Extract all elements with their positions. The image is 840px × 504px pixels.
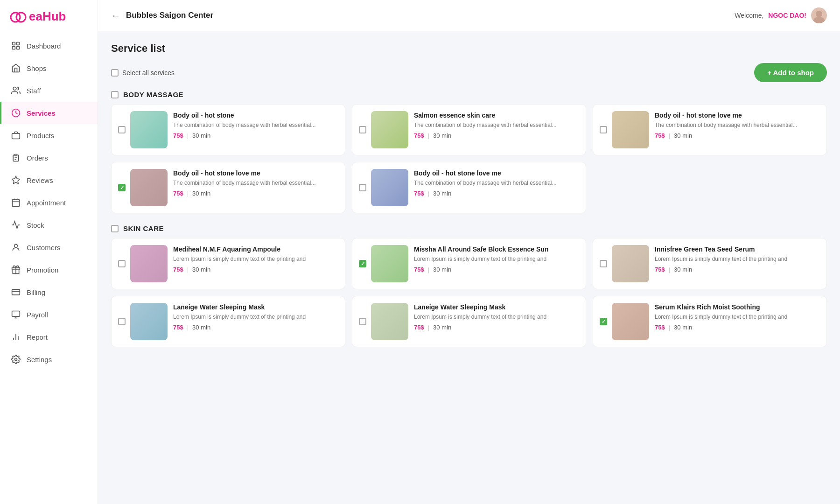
sidebar-item-payroll[interactable]: Payroll [0,303,98,326]
card-image-sc5 [371,303,408,340]
sidebar-item-services[interactable]: Services [0,102,98,124]
sidebar-item-products[interactable]: Products [0,124,98,147]
sidebar-label: Staff [27,87,41,95]
card-checkbox-bm1[interactable] [118,126,126,133]
sidebar-item-dashboard[interactable]: Dashboard [0,35,98,57]
sidebar-label: Billing [27,288,45,296]
svg-rect-7 [12,133,20,139]
page-title: Service list [111,42,827,55]
sidebar-item-promotion[interactable]: Promotion [0,259,98,281]
sidebar-label: Customers [27,244,61,252]
card-duration-bm2: 30 min [433,132,451,139]
card-meta-bm5: 75$|30 min [414,190,579,197]
sidebar-item-settings[interactable]: Settings [0,348,98,371]
service-card-sc1: Mediheal N.M.F Aquaring AmpouleLorem Ips… [111,238,345,289]
sidebar-item-report[interactable]: Report [0,326,98,348]
card-info-sc1: Mediheal N.M.F Aquaring AmpouleLorem Ips… [173,245,338,273]
svg-point-23 [813,17,825,23]
sidebar-item-stock[interactable]: Stock [0,214,98,236]
card-inner-sc6: Serum Klairs Rich Moist SoothingLorem Ip… [600,303,820,340]
card-checkbox-bm4[interactable] [118,184,126,191]
card-checkbox-sc2[interactable] [359,260,366,267]
card-image-bm1 [130,111,168,148]
card-price-sc4: 75$ [173,324,183,331]
card-name-sc4: Laneige Water Sleeping Mask [173,303,338,311]
card-meta-sc3: 75$|30 min [655,266,820,273]
svg-rect-4 [13,47,15,49]
card-checkbox-sc3[interactable] [600,260,607,267]
card-name-sc3: Innisfree Green Tea Seed Serum [655,245,820,253]
card-inner-bm4: Body oil - hot stone love meThe combinat… [118,169,338,206]
cards-grid-body-massage: Body oil - hot stoneThe combination of b… [111,104,827,213]
card-name-bm3: Body oil - hot stone love me [655,111,820,119]
card-sep: | [669,266,670,273]
sidebar-item-shops[interactable]: Shops [0,57,98,79]
service-card-bm4: Body oil - hot stone love meThe combinat… [111,162,345,213]
sidebar-item-billing[interactable]: Billing [0,281,98,303]
card-checkbox-bm3[interactable] [600,126,607,133]
shops-icon [11,63,21,73]
svg-point-1 [16,13,26,22]
card-info-bm1: Body oil - hot stoneThe combination of b… [173,111,338,139]
card-duration-sc3: 30 min [674,266,692,273]
report-icon [11,332,21,342]
settings-icon [11,354,21,364]
card-inner-bm1: Body oil - hot stoneThe combination of b… [118,111,338,148]
select-all-checkbox[interactable] [111,69,119,77]
svg-rect-10 [13,199,20,206]
card-info-sc3: Innisfree Green Tea Seed SerumLorem Ipsu… [655,245,820,273]
card-checkbox-sc5[interactable] [359,318,366,325]
card-meta-sc2: 75$|30 min [414,266,579,273]
add-to-shop-button[interactable]: + Add to shop [754,63,827,82]
card-name-sc6: Serum Klairs Rich Moist Soothing [655,303,820,311]
card-desc-sc4: Lorem Ipsum is simply dummy text of the … [173,313,338,321]
sidebar-nav: Dashboard Shops Staff Services [0,31,98,504]
svg-rect-5 [17,47,20,49]
service-card-sc3: Innisfree Green Tea Seed SerumLorem Ipsu… [593,238,827,289]
section-checkbox-skin-care[interactable] [111,225,119,232]
card-sep: | [428,266,429,273]
card-checkbox-sc4[interactable] [118,318,126,325]
select-all-label[interactable]: Select all services [111,69,175,77]
header-left: ← Bubbles Saigon Center [111,10,213,21]
card-meta-bm4: 75$|30 min [173,190,338,197]
card-duration-sc2: 30 min [433,266,451,273]
add-to-shop-label: + Add to shop [767,69,814,77]
header-right: Welcome, NGOC DAO! [735,7,827,23]
sidebar-item-appointment[interactable]: Appointment [0,191,98,214]
card-image-sc1 [130,245,168,282]
card-desc-bm4: The combination of body massage with her… [173,179,338,187]
card-sep: | [428,324,429,331]
back-button[interactable]: ← [111,10,120,21]
billing-icon [11,287,21,297]
sidebar-item-staff[interactable]: Staff [0,79,98,102]
card-checkbox-bm2[interactable] [359,126,366,133]
customers-icon [11,242,21,252]
card-checkbox-sc6[interactable] [600,318,607,325]
sidebar-item-reviews[interactable]: Reviews [0,169,98,191]
card-meta-bm2: 75$|30 min [414,132,579,139]
sidebar-item-orders[interactable]: Orders [0,147,98,169]
section-body-massage: BODY MASSAGEBody oil - hot stoneThe comb… [111,91,827,213]
card-desc-sc2: Lorem Ipsum is simply dummy text of the … [414,255,579,263]
card-meta-bm1: 75$|30 min [173,132,338,139]
card-name-sc1: Mediheal N.M.F Aquaring Ampoule [173,245,338,253]
logo: eaHub [0,0,98,31]
card-name-sc2: Missha All Around Safe Block Essence Sun [414,245,579,253]
card-name-bm5: Body oil - hot stone love me [414,169,579,177]
card-checkbox-bm5[interactable] [359,184,366,191]
svg-rect-3 [17,42,20,45]
section-checkbox-body-massage[interactable] [111,91,119,98]
card-info-bm2: Salmon essence skin careThe combination … [414,111,579,139]
service-card-bm2: Salmon essence skin careThe combination … [352,104,586,155]
card-image-sc3 [612,245,649,282]
card-checkbox-sc1[interactable] [118,260,126,267]
section-title-body-massage: BODY MASSAGE [123,91,183,98]
card-info-bm4: Body oil - hot stone love meThe combinat… [173,169,338,197]
card-duration-sc4: 30 min [192,324,210,331]
products-icon [11,130,21,140]
main-area: ← Bubbles Saigon Center Welcome, NGOC DA… [98,0,840,504]
card-info-sc5: Laneige Water Sleeping MaskLorem Ipsum i… [414,303,579,331]
card-sep: | [187,132,189,139]
sidebar-item-customers[interactable]: Customers [0,236,98,259]
